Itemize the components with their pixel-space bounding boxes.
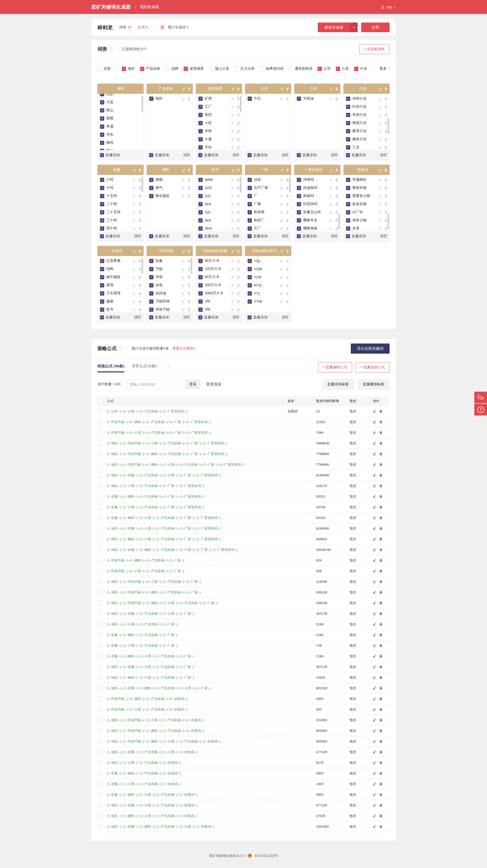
edit-icon[interactable] bbox=[182, 168, 185, 172]
preview-link[interactable]: 预览 bbox=[349, 527, 356, 530]
preview-link[interactable]: 预览 bbox=[349, 484, 356, 488]
edit-icon[interactable] bbox=[373, 772, 376, 775]
clear-button[interactable]: 清空 bbox=[134, 234, 141, 239]
edit-icon[interactable] bbox=[231, 259, 234, 262]
clear-button[interactable]: 清空 bbox=[183, 153, 190, 157]
filter-checkbox[interactable] bbox=[165, 67, 170, 71]
delete-icon[interactable] bbox=[379, 814, 382, 817]
edit-icon[interactable] bbox=[373, 612, 376, 615]
batch-add-button[interactable]: + 批量添加 bbox=[149, 234, 169, 239]
edit-icon[interactable] bbox=[280, 292, 283, 295]
search-input[interactable] bbox=[127, 380, 186, 389]
item-checkbox-checked[interactable]: ✓ bbox=[248, 210, 252, 214]
delete-icon[interactable] bbox=[379, 825, 382, 828]
filter-checkbox[interactable] bbox=[97, 67, 102, 71]
wechat-contact-button[interactable] bbox=[474, 392, 487, 403]
edit-icon[interactable] bbox=[133, 219, 136, 222]
filter-checkbox[interactable]: ✓ bbox=[354, 67, 359, 71]
delete-icon[interactable] bbox=[188, 284, 191, 287]
item-checkbox-checked[interactable]: ✓ bbox=[248, 283, 252, 287]
delete-icon[interactable] bbox=[335, 168, 338, 172]
clear-button[interactable]: 清空 bbox=[380, 153, 387, 157]
item-checkbox-checked[interactable]: ✓ bbox=[248, 226, 252, 231]
item-checkbox-checked[interactable]: ✓ bbox=[248, 97, 252, 101]
edit-icon[interactable] bbox=[231, 276, 234, 279]
more-filters-button[interactable]: 更多∨ bbox=[379, 66, 390, 71]
batch-add-button[interactable]: + 批量添加 bbox=[248, 153, 267, 157]
delete-icon[interactable] bbox=[188, 268, 191, 271]
item-checkbox-checked[interactable]: ✓ bbox=[297, 97, 301, 101]
delete-icon[interactable] bbox=[379, 804, 382, 807]
item-checkbox-checked[interactable]: ✓ bbox=[198, 267, 203, 271]
row-checkbox[interactable] bbox=[98, 782, 103, 786]
row-checkbox[interactable] bbox=[98, 761, 103, 765]
edit-icon[interactable] bbox=[231, 138, 234, 141]
edit-icon[interactable] bbox=[181, 259, 185, 262]
delete-icon[interactable] bbox=[237, 186, 240, 190]
item-checkbox-checked[interactable]: ✓ bbox=[100, 141, 104, 145]
delete-icon[interactable] bbox=[384, 219, 388, 222]
edit-icon[interactable] bbox=[231, 146, 234, 149]
delete-icon[interactable] bbox=[138, 308, 142, 311]
item-checkbox-checked[interactable]: ✓ bbox=[198, 283, 203, 287]
delete-icon[interactable] bbox=[237, 113, 240, 117]
item-checkbox-checked[interactable]: ✓ bbox=[198, 202, 203, 206]
delete-icon[interactable] bbox=[379, 473, 382, 477]
edit-icon[interactable] bbox=[373, 580, 376, 583]
delete-icon[interactable] bbox=[379, 591, 382, 594]
select-all-checkbox[interactable] bbox=[98, 399, 103, 403]
item-checkbox-checked[interactable]: ✓ bbox=[198, 300, 203, 304]
edit-icon[interactable] bbox=[133, 308, 136, 311]
delete-icon[interactable] bbox=[384, 138, 388, 141]
item-checkbox-checked[interactable]: ✓ bbox=[248, 178, 252, 182]
preview-link[interactable]: 预览 bbox=[349, 718, 356, 722]
edit-icon[interactable] bbox=[280, 268, 283, 271]
item-checkbox-checked[interactable]: ✓ bbox=[100, 291, 104, 296]
edit-icon[interactable] bbox=[181, 268, 185, 271]
batch-add-button[interactable]: + 批量添加 bbox=[100, 153, 120, 157]
row-checkbox[interactable] bbox=[98, 548, 103, 552]
edit-icon[interactable] bbox=[231, 129, 234, 133]
edit-icon[interactable] bbox=[181, 308, 185, 311]
item-checkbox-checked[interactable]: ✓ bbox=[248, 218, 252, 223]
filter-使用场景[interactable]: ✓使用场景 bbox=[184, 66, 204, 71]
row-checkbox[interactable] bbox=[98, 654, 103, 658]
edit-icon[interactable] bbox=[231, 227, 234, 230]
item-checkbox-checked[interactable]: ✓ bbox=[248, 275, 252, 279]
edit-icon[interactable] bbox=[133, 194, 136, 198]
delete-icon[interactable] bbox=[384, 186, 388, 190]
item-checkbox-checked[interactable]: ✓ bbox=[198, 308, 203, 312]
delete-icon[interactable] bbox=[237, 178, 240, 182]
delete-icon[interactable] bbox=[237, 138, 240, 141]
preview-link[interactable]: 预览 bbox=[349, 420, 356, 424]
batch-delete-tag-button[interactable]: 批量删除标签 bbox=[357, 379, 390, 390]
edit-icon[interactable] bbox=[379, 168, 382, 172]
delete-icon[interactable] bbox=[286, 259, 289, 262]
delete-icon[interactable] bbox=[138, 211, 142, 214]
delete-icon[interactable] bbox=[384, 178, 388, 182]
edit-icon[interactable] bbox=[373, 410, 376, 413]
edit-icon[interactable] bbox=[373, 655, 376, 658]
delete-icon[interactable] bbox=[138, 186, 142, 190]
filter-通用形容词[interactable]: 通用形容词 bbox=[289, 66, 313, 71]
edit-icon[interactable] bbox=[373, 761, 376, 764]
edit-icon[interactable] bbox=[373, 452, 376, 456]
help-icon[interactable]: ? bbox=[166, 365, 171, 369]
filter-压力分类[interactable]: 压力分类 bbox=[234, 66, 255, 71]
edit-icon[interactable] bbox=[373, 814, 376, 817]
edit-icon[interactable] bbox=[181, 186, 185, 190]
edit-icon[interactable] bbox=[378, 97, 382, 100]
edit-icon[interactable] bbox=[231, 219, 234, 222]
edit-icon[interactable] bbox=[373, 633, 376, 637]
delete-icon[interactable] bbox=[237, 146, 240, 149]
preview-link[interactable]: 预览 bbox=[349, 558, 356, 562]
delete-icon[interactable] bbox=[237, 97, 240, 100]
delete-icon[interactable] bbox=[138, 178, 142, 182]
save-dropdown-caret[interactable]: ∨ bbox=[350, 23, 357, 32]
filter-checkbox[interactable] bbox=[209, 67, 213, 71]
batch-add-formula-button[interactable]: + 批量添加公式 bbox=[355, 362, 390, 372]
edit-icon[interactable] bbox=[281, 249, 284, 253]
item-checkbox-checked[interactable]: ✓ bbox=[198, 210, 203, 214]
delete-icon[interactable] bbox=[379, 793, 382, 796]
delete-icon[interactable] bbox=[138, 276, 142, 279]
